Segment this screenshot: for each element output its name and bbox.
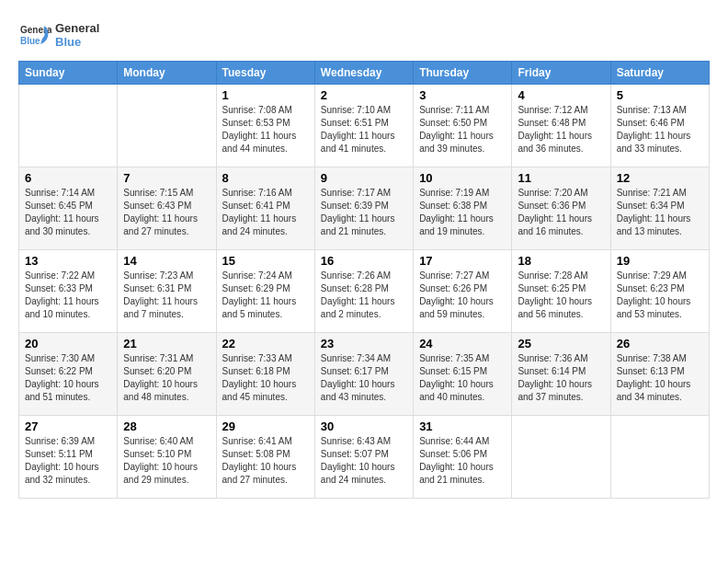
- day-info: Sunrise: 7:35 AM Sunset: 6:15 PM Dayligh…: [419, 352, 506, 404]
- day-number: 19: [617, 254, 703, 268]
- day-cell: 7Sunrise: 7:15 AM Sunset: 6:43 PM Daylig…: [118, 167, 216, 250]
- day-cell: 23Sunrise: 7:34 AM Sunset: 6:17 PM Dayli…: [314, 333, 413, 416]
- day-info: Sunrise: 7:26 AM Sunset: 6:28 PM Dayligh…: [321, 270, 407, 321]
- day-info: Sunrise: 7:13 AM Sunset: 6:46 PM Dayligh…: [617, 104, 703, 155]
- day-number: 23: [321, 337, 407, 350]
- day-info: Sunrise: 7:24 AM Sunset: 6:29 PM Dayligh…: [222, 270, 309, 321]
- day-cell: 13Sunrise: 7:22 AM Sunset: 6:33 PM Dayli…: [19, 250, 118, 333]
- day-info: Sunrise: 7:12 AM Sunset: 6:48 PM Dayligh…: [518, 104, 604, 155]
- day-number: 28: [123, 419, 210, 433]
- day-cell: 11Sunrise: 7:20 AM Sunset: 6:36 PM Dayli…: [512, 167, 610, 250]
- day-info: Sunrise: 7:27 AM Sunset: 6:26 PM Dayligh…: [419, 270, 506, 321]
- day-cell: 8Sunrise: 7:16 AM Sunset: 6:41 PM Daylig…: [216, 167, 314, 250]
- day-number: 11: [518, 171, 604, 185]
- week-row-2: 6Sunrise: 7:14 AM Sunset: 6:45 PM Daylig…: [19, 167, 710, 250]
- day-info: Sunrise: 6:43 AM Sunset: 5:07 PM Dayligh…: [321, 435, 407, 487]
- day-number: 31: [419, 419, 506, 433]
- day-number: 8: [222, 171, 309, 185]
- day-info: Sunrise: 7:11 AM Sunset: 6:50 PM Dayligh…: [419, 104, 506, 155]
- day-number: 29: [222, 419, 309, 433]
- day-cell: 20Sunrise: 7:30 AM Sunset: 6:22 PM Dayli…: [19, 333, 118, 416]
- day-info: Sunrise: 7:30 AM Sunset: 6:22 PM Dayligh…: [25, 352, 111, 404]
- day-cell: 5Sunrise: 7:13 AM Sunset: 6:46 PM Daylig…: [610, 85, 709, 167]
- col-header-monday: Monday: [118, 62, 216, 85]
- col-header-wednesday: Wednesday: [314, 62, 413, 85]
- col-header-saturday: Saturday: [610, 62, 709, 85]
- day-cell: 14Sunrise: 7:23 AM Sunset: 6:31 PM Dayli…: [118, 250, 216, 333]
- day-number: 5: [617, 88, 703, 102]
- day-info: Sunrise: 7:16 AM Sunset: 6:41 PM Dayligh…: [222, 187, 309, 238]
- day-cell: 19Sunrise: 7:29 AM Sunset: 6:23 PM Dayli…: [610, 250, 709, 333]
- day-info: Sunrise: 7:17 AM Sunset: 6:39 PM Dayligh…: [321, 187, 407, 238]
- week-row-4: 20Sunrise: 7:30 AM Sunset: 6:22 PM Dayli…: [19, 333, 710, 416]
- day-number: 13: [25, 254, 111, 268]
- day-number: 4: [518, 88, 604, 102]
- day-cell: 3Sunrise: 7:11 AM Sunset: 6:50 PM Daylig…: [414, 85, 512, 167]
- day-cell: 15Sunrise: 7:24 AM Sunset: 6:29 PM Dayli…: [216, 250, 314, 333]
- page-header: General Blue General Blue: [18, 18, 710, 52]
- day-cell: 31Sunrise: 6:44 AM Sunset: 5:06 PM Dayli…: [414, 416, 512, 499]
- day-number: 9: [321, 171, 407, 185]
- day-cell: 29Sunrise: 6:41 AM Sunset: 5:08 PM Dayli…: [216, 416, 314, 499]
- day-number: 2: [321, 88, 407, 102]
- day-cell: [19, 85, 118, 167]
- day-number: 7: [123, 171, 210, 185]
- week-row-3: 13Sunrise: 7:22 AM Sunset: 6:33 PM Dayli…: [19, 250, 710, 333]
- day-info: Sunrise: 7:34 AM Sunset: 6:17 PM Dayligh…: [321, 352, 407, 404]
- day-info: Sunrise: 6:41 AM Sunset: 5:08 PM Dayligh…: [222, 435, 309, 487]
- day-number: 17: [419, 254, 506, 268]
- day-number: 15: [222, 254, 309, 268]
- calendar-table: SundayMondayTuesdayWednesdayThursdayFrid…: [18, 61, 710, 499]
- day-info: Sunrise: 7:20 AM Sunset: 6:36 PM Dayligh…: [518, 187, 604, 238]
- day-number: 14: [123, 254, 210, 268]
- day-cell: 25Sunrise: 7:36 AM Sunset: 6:14 PM Dayli…: [512, 333, 610, 416]
- day-cell: 17Sunrise: 7:27 AM Sunset: 6:26 PM Dayli…: [414, 250, 512, 333]
- day-number: 27: [25, 419, 111, 433]
- day-info: Sunrise: 7:38 AM Sunset: 6:13 PM Dayligh…: [617, 352, 703, 404]
- logo: General Blue General Blue: [18, 18, 99, 52]
- day-cell: 1Sunrise: 7:08 AM Sunset: 6:53 PM Daylig…: [216, 85, 314, 167]
- day-info: Sunrise: 7:28 AM Sunset: 6:25 PM Dayligh…: [518, 270, 604, 321]
- day-cell: 27Sunrise: 6:39 AM Sunset: 5:11 PM Dayli…: [19, 416, 118, 499]
- day-cell: 4Sunrise: 7:12 AM Sunset: 6:48 PM Daylig…: [512, 85, 610, 167]
- day-number: 20: [25, 337, 111, 350]
- day-number: 21: [123, 337, 210, 350]
- day-info: Sunrise: 7:21 AM Sunset: 6:34 PM Dayligh…: [617, 187, 703, 238]
- day-number: 18: [518, 254, 604, 268]
- day-cell: 30Sunrise: 6:43 AM Sunset: 5:07 PM Dayli…: [314, 416, 413, 499]
- week-row-1: 1Sunrise: 7:08 AM Sunset: 6:53 PM Daylig…: [19, 85, 710, 167]
- day-info: Sunrise: 7:31 AM Sunset: 6:20 PM Dayligh…: [123, 352, 210, 404]
- day-info: Sunrise: 7:33 AM Sunset: 6:18 PM Dayligh…: [222, 352, 309, 404]
- day-cell: [610, 416, 709, 499]
- day-info: Sunrise: 7:36 AM Sunset: 6:14 PM Dayligh…: [518, 352, 604, 404]
- day-info: Sunrise: 7:15 AM Sunset: 6:43 PM Dayligh…: [123, 187, 210, 238]
- day-cell: 18Sunrise: 7:28 AM Sunset: 6:25 PM Dayli…: [512, 250, 610, 333]
- svg-text:Blue: Blue: [20, 36, 40, 46]
- day-number: 16: [321, 254, 407, 268]
- week-row-5: 27Sunrise: 6:39 AM Sunset: 5:11 PM Dayli…: [19, 416, 710, 499]
- day-info: Sunrise: 6:39 AM Sunset: 5:11 PM Dayligh…: [25, 435, 111, 487]
- day-cell: 21Sunrise: 7:31 AM Sunset: 6:20 PM Dayli…: [118, 333, 216, 416]
- day-cell: 22Sunrise: 7:33 AM Sunset: 6:18 PM Dayli…: [216, 333, 314, 416]
- days-header-row: SundayMondayTuesdayWednesdayThursdayFrid…: [19, 62, 710, 85]
- day-info: Sunrise: 7:08 AM Sunset: 6:53 PM Dayligh…: [222, 104, 309, 155]
- day-number: 22: [222, 337, 309, 350]
- day-info: Sunrise: 7:29 AM Sunset: 6:23 PM Dayligh…: [617, 270, 703, 321]
- day-number: 6: [25, 171, 111, 185]
- day-number: 10: [419, 171, 506, 185]
- day-number: 12: [617, 171, 703, 185]
- day-number: 24: [419, 337, 506, 350]
- day-cell: 2Sunrise: 7:10 AM Sunset: 6:51 PM Daylig…: [314, 85, 413, 167]
- logo-icon: General Blue: [18, 18, 51, 52]
- day-info: Sunrise: 7:23 AM Sunset: 6:31 PM Dayligh…: [123, 270, 210, 321]
- day-info: Sunrise: 7:10 AM Sunset: 6:51 PM Dayligh…: [321, 104, 407, 155]
- day-cell: 26Sunrise: 7:38 AM Sunset: 6:13 PM Dayli…: [610, 333, 709, 416]
- day-info: Sunrise: 6:44 AM Sunset: 5:06 PM Dayligh…: [419, 435, 506, 487]
- day-cell: 6Sunrise: 7:14 AM Sunset: 6:45 PM Daylig…: [19, 167, 118, 250]
- day-info: Sunrise: 6:40 AM Sunset: 5:10 PM Dayligh…: [123, 435, 210, 487]
- day-number: 26: [617, 337, 703, 350]
- day-cell: 12Sunrise: 7:21 AM Sunset: 6:34 PM Dayli…: [610, 167, 709, 250]
- day-cell: 24Sunrise: 7:35 AM Sunset: 6:15 PM Dayli…: [414, 333, 512, 416]
- col-header-friday: Friday: [512, 62, 610, 85]
- day-number: 30: [321, 419, 407, 433]
